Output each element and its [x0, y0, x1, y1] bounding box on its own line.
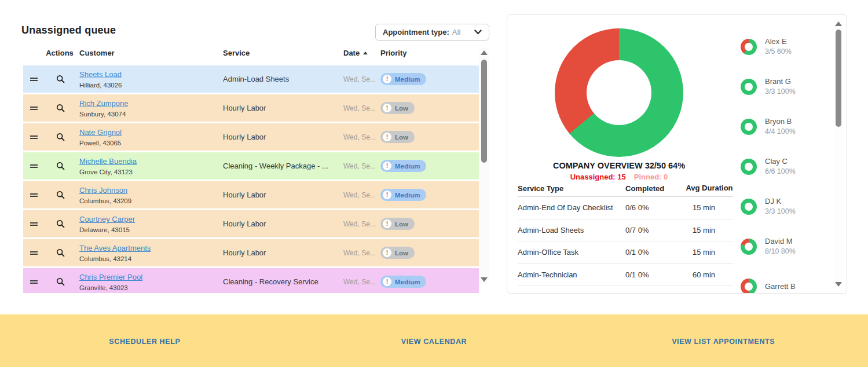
- magnifier-icon: [56, 277, 65, 286]
- view-appointment-button[interactable]: [56, 162, 65, 170]
- customer-location: Grove City, 43123: [79, 168, 223, 176]
- magnifier-icon: [56, 104, 65, 112]
- technician-donut-chart: [741, 199, 757, 215]
- technician-stats: 3/3 100%: [765, 207, 796, 217]
- date-header-label: Date: [343, 49, 360, 57]
- view-appointment-button[interactable]: [56, 248, 65, 257]
- company-overview-title: COMPANY OVERVIEW 32/50 64%: [507, 161, 731, 170]
- technician-item: DJ K 3/3 100%: [741, 199, 838, 215]
- technician-item: David M 8/10 80%: [741, 239, 838, 255]
- customer-location: Granville, 43023: [79, 284, 223, 292]
- customer-link[interactable]: Chris Johnson: [79, 186, 127, 195]
- scroll-up-arrow-icon[interactable]: [835, 21, 842, 26]
- priority-badge: ! Low: [380, 247, 415, 259]
- col-header-avg-duration: Avg Duration: [686, 184, 733, 193]
- scroll-up-arrow-icon[interactable]: [481, 50, 488, 55]
- queue-row: The Aves Apartments Columbus, 43214 Hour…: [23, 239, 479, 266]
- avg-duration-cell: 15 min: [686, 247, 733, 258]
- technician-donut-chart: [741, 119, 757, 135]
- queue-scrollbar[interactable]: [479, 47, 489, 285]
- overview-scrollbar-thumb[interactable]: [836, 30, 841, 127]
- view-appointment-button[interactable]: [56, 133, 65, 141]
- view-appointment-button[interactable]: [56, 75, 65, 83]
- queue-row: Chris Johnson Columbus, 43209 Hourly Lab…: [23, 181, 479, 208]
- drag-handle-icon[interactable]: [30, 78, 38, 81]
- priority-label: Low: [395, 221, 408, 228]
- view-calendar-link[interactable]: VIEW CALENDAR: [401, 338, 467, 346]
- service-table-body: Admin-End Of Day Checklist 0/6 0% 15 min…: [518, 197, 733, 286]
- overview-scrollbar[interactable]: [834, 19, 843, 290]
- drag-handle-icon[interactable]: [30, 280, 38, 284]
- chevron-down-icon: [474, 30, 482, 35]
- avg-duration-cell: 15 min: [686, 225, 733, 236]
- drag-handle-icon[interactable]: [30, 222, 38, 226]
- customer-link[interactable]: Rich Zumpone: [79, 99, 129, 108]
- sort-ascending-icon: [363, 52, 368, 54]
- customer-link[interactable]: Chris Premier Pool: [79, 273, 142, 282]
- appointment-date: Wed, Se...: [343, 220, 380, 228]
- service-type-cell: Admin-End Of Day Checklist: [518, 202, 625, 214]
- view-appointment-button[interactable]: [56, 277, 65, 286]
- customer-link[interactable]: Sheets Load: [79, 70, 122, 79]
- col-header-service-type: Service Type: [518, 184, 625, 193]
- technician-name: Clay C: [765, 156, 796, 167]
- service-type-table: Service Type Completed Avg Duration Admi…: [518, 184, 733, 286]
- customer-location: Delaware, 43015: [79, 226, 223, 234]
- technician-name: Garrett B: [765, 281, 796, 292]
- priority-label: Low: [395, 105, 408, 112]
- col-header-date[interactable]: Date: [343, 49, 380, 57]
- technician-donut-chart: [741, 159, 757, 175]
- scheduler-help-link[interactable]: SCHEDULER HELP: [109, 338, 180, 346]
- completed-cell: 0/6 0%: [625, 202, 686, 214]
- col-header-priority: Priority: [380, 49, 479, 57]
- customer-location: Hilliard, 43026: [79, 81, 223, 89]
- appointment-type-dropdown[interactable]: Appointment type: All: [375, 24, 489, 41]
- view-appointment-button[interactable]: [56, 219, 65, 228]
- customer-link[interactable]: The Aves Apartments: [79, 244, 151, 253]
- drag-handle-icon[interactable]: [30, 135, 38, 139]
- magnifier-icon: [56, 219, 65, 228]
- unassigned-queue-list: Sheets Load Hilliard, 43026 Admin-Load S…: [23, 65, 479, 293]
- exclamation-icon: !: [383, 104, 391, 112]
- service-name: Hourly Labor: [223, 191, 343, 199]
- priority-badge: ! Medium: [380, 189, 426, 201]
- priority-badge: ! Medium: [380, 276, 426, 288]
- col-header-customer: Customer: [76, 49, 223, 57]
- drag-handle-icon[interactable]: [30, 193, 38, 197]
- magnifier-icon: [56, 162, 65, 170]
- scroll-down-arrow-icon[interactable]: [835, 282, 842, 287]
- appointment-date: Wed, Se...: [343, 104, 380, 112]
- avg-duration-cell: 15 min: [686, 202, 733, 214]
- view-appointment-button[interactable]: [56, 191, 65, 199]
- appointment-date: Wed, Se...: [343, 162, 380, 170]
- queue-row: Rich Zumpone Sunbury, 43074 Hourly Labor…: [23, 94, 479, 122]
- service-table-row: Admin-End Of Day Checklist 0/6 0% 15 min: [518, 197, 733, 219]
- appointment-date: Wed, Se...: [343, 191, 380, 199]
- drag-handle-icon[interactable]: [30, 107, 38, 110]
- technician-donut-chart: [741, 239, 757, 255]
- drag-handle-icon[interactable]: [30, 164, 38, 168]
- drag-handle-icon[interactable]: [30, 251, 38, 255]
- view-appointment-button[interactable]: [56, 104, 65, 112]
- customer-link[interactable]: Courtney Carper: [79, 215, 135, 224]
- col-header-service: Service: [223, 49, 343, 57]
- dropdown-label: Appointment type:: [383, 28, 449, 36]
- customer-link[interactable]: Michelle Buendia: [79, 157, 137, 166]
- technician-name: Bryon B: [765, 116, 796, 127]
- technician-list: Alex E 3/5 60% Brant G 3/3 100% Bryon B …: [741, 39, 838, 294]
- priority-badge: ! Medium: [380, 160, 426, 172]
- queue-scrollbar-thumb[interactable]: [481, 60, 487, 163]
- technician-stats: 3/3 100%: [765, 87, 796, 97]
- view-list-appointments-link[interactable]: VIEW LIST APPOINTMENTS: [672, 338, 775, 346]
- service-name: Admin-Load Sheets: [223, 75, 343, 83]
- col-header-actions: Actions: [26, 49, 74, 57]
- appointment-date: Wed, Se...: [343, 278, 380, 286]
- service-table-row: Admin-Office Task 0/1 0% 15 min: [518, 241, 733, 264]
- magnifier-icon: [56, 248, 65, 257]
- service-name: Hourly Labor: [223, 104, 343, 112]
- customer-link[interactable]: Nate Grignol: [79, 128, 122, 137]
- exclamation-icon: !: [383, 191, 391, 199]
- scroll-down-arrow-icon[interactable]: [481, 277, 488, 282]
- service-name: Hourly Labor: [223, 219, 343, 228]
- technician-stats: 8/10 80%: [765, 247, 796, 257]
